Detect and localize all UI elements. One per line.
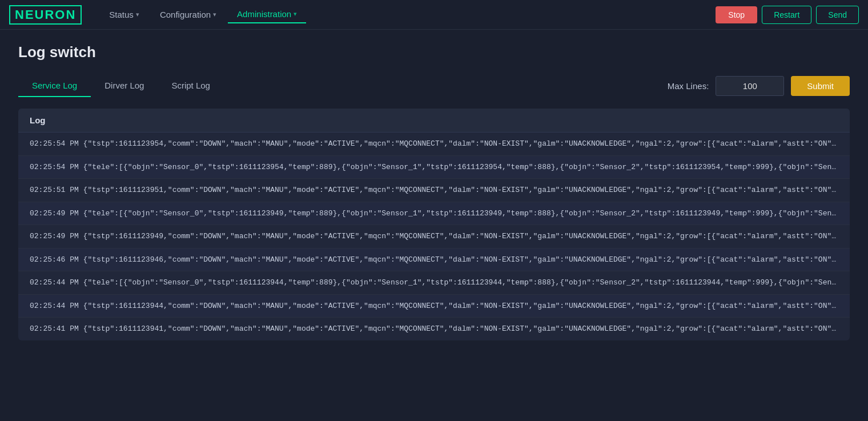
tab-script-log[interactable]: Script Log	[158, 75, 224, 97]
brand-logo[interactable]: NEURON	[9, 5, 82, 25]
page-title: Log switch	[18, 43, 850, 61]
chevron-down-icon: ▾	[213, 11, 216, 18]
log-header: Log	[18, 109, 850, 133]
nav-item-status-label: Status	[109, 10, 134, 19]
log-entries: 02:25:54 PM {"tstp":1611123954,"comm":"D…	[18, 133, 850, 340]
tab-service-log[interactable]: Service Log	[18, 75, 91, 97]
nav-item-administration-label: Administration	[237, 9, 291, 19]
nav-item-status[interactable]: Status ▾	[100, 6, 148, 23]
log-entry: 02:25:44 PM {"tstp":1611123944,"comm":"D…	[18, 295, 850, 318]
nav-item-configuration[interactable]: Configuration ▾	[151, 6, 226, 23]
chevron-down-icon: ▾	[294, 10, 297, 18]
max-lines-row: Max Lines: Submit	[668, 76, 850, 96]
send-button[interactable]: Send	[816, 6, 859, 24]
log-entry: 02:25:46 PM {"tstp":1611123946,"comm":"D…	[18, 248, 850, 272]
log-entry: 02:25:49 PM {"tstp":1611123949,"comm":"D…	[18, 225, 850, 248]
max-lines-label: Max Lines:	[668, 81, 709, 91]
log-entry: 02:25:49 PM {"tele":[{"objn":"Sensor_0",…	[18, 202, 850, 226]
tabs: Service Log Dirver Log Script Log	[18, 75, 224, 97]
navbar: NEURON Status ▾ Configuration ▾ Administ…	[0, 0, 868, 30]
nav-item-configuration-label: Configuration	[160, 10, 211, 19]
log-container: Log 02:25:54 PM {"tstp":1611123954,"comm…	[18, 109, 850, 340]
log-entry: 02:25:44 PM {"tele":[{"objn":"Sensor_0",…	[18, 271, 850, 295]
nav-item-administration[interactable]: Administration ▾	[228, 6, 306, 23]
log-entry: 02:25:54 PM {"tele":[{"objn":"Sensor_0",…	[18, 156, 850, 179]
nav-items: Status ▾ Configuration ▾ Administration …	[100, 6, 716, 23]
chevron-down-icon: ▾	[136, 11, 139, 18]
submit-button[interactable]: Submit	[791, 76, 850, 96]
restart-button[interactable]: Restart	[762, 6, 811, 24]
max-lines-input[interactable]	[716, 76, 784, 96]
stop-button[interactable]: Stop	[716, 6, 757, 23]
log-entry: 02:25:51 PM {"tstp":1611123951,"comm":"D…	[18, 179, 850, 202]
page-content: Log switch Service Log Dirver Log Script…	[0, 30, 868, 354]
nav-actions: Stop Restart Send	[716, 6, 859, 24]
log-entry: 02:25:54 PM {"tstp":1611123954,"comm":"D…	[18, 133, 850, 156]
tab-driver-log[interactable]: Dirver Log	[91, 75, 158, 97]
tabs-row: Service Log Dirver Log Script Log Max Li…	[18, 75, 850, 97]
log-entry: 02:25:41 PM {"tstp":1611123941,"comm":"D…	[18, 318, 850, 340]
